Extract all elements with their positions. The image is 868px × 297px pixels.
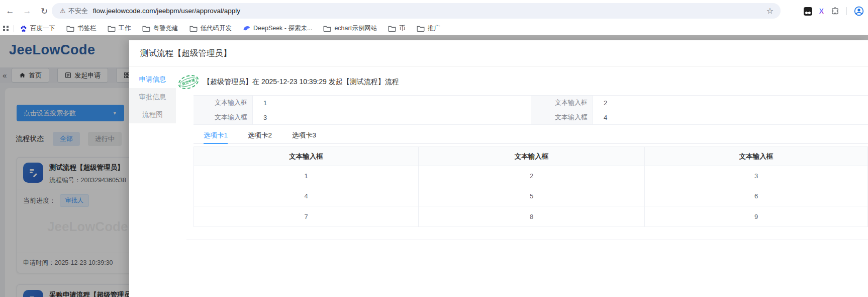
- field-label: 文本输入框: [531, 110, 593, 125]
- bookmark-star-icon[interactable]: ☆: [766, 6, 774, 16]
- bookmark-folder[interactable]: 币: [388, 24, 406, 33]
- drawer-title: 测试流程【超级管理员】: [140, 48, 232, 59]
- deepseek-icon: [243, 25, 250, 32]
- page-viewport: JeeLowCode « 首页 发起申请 流 点击设置搜索参数 ▼ 流程状态 全…: [0, 35, 868, 297]
- apps-grid-icon[interactable]: [3, 26, 9, 31]
- bookmark-label: 粤警党建: [153, 24, 178, 33]
- drawer-header: 测试流程【超级管理员】: [129, 40, 868, 66]
- bookmark-baidu[interactable]: 百度一下: [20, 24, 55, 33]
- profile-avatar-icon[interactable]: [854, 6, 864, 16]
- bookmark-folder[interactable]: 粤警党建: [142, 24, 178, 33]
- browser-toolbar: ← → ↻ ⚠ 不安全 flow.jeelowcode.com/jeebpm/u…: [0, 0, 868, 22]
- table-cell: 1: [194, 166, 419, 186]
- warning-icon: ⚠: [60, 7, 66, 15]
- field-value: 4: [593, 110, 868, 125]
- bookmark-folder[interactable]: 工作: [108, 24, 131, 33]
- field-label: 文本输入框: [194, 110, 253, 125]
- reload-icon[interactable]: ↻: [37, 4, 51, 18]
- section-divider: [186, 240, 868, 240]
- bookmark-folder[interactable]: echart示例网站: [323, 24, 377, 33]
- bookmark-label: 书签栏: [77, 24, 97, 33]
- url-text[interactable]: flow.jeelowcode.com/jeebpm/user/approval…: [93, 7, 766, 15]
- sub-form-table: 文本输入框 文本输入框 文本输入框 1 2 3 4 5 6: [194, 146, 868, 227]
- table-cell: 3: [645, 166, 868, 186]
- bookmarks-separator: [14, 25, 14, 32]
- drawer-content: 提交申请 【超级管理员】在 2025-12-23 10:39:29 发起【测试流…: [176, 66, 868, 297]
- tab-option-3[interactable]: 选项卡3: [292, 128, 316, 143]
- bookmarks-bar: 百度一下 书签栏 工作 粤警党建 低代码开发 DeepSeek - 探索未...…: [0, 22, 868, 35]
- table-cell: 7: [194, 206, 419, 227]
- table-row: 7 8 9: [194, 206, 868, 227]
- tab-apply-info[interactable]: 申请信息: [129, 70, 176, 88]
- bookmark-label: 币: [399, 24, 406, 33]
- tab-approval-info[interactable]: 审批信息: [129, 88, 176, 106]
- extension-x-icon[interactable]: X: [819, 7, 824, 15]
- tab-option-1[interactable]: 选项卡1: [204, 128, 228, 143]
- extensions-area: X: [804, 0, 864, 22]
- table-cell: 8: [419, 206, 645, 227]
- table-row: 1 2 3: [194, 166, 868, 186]
- bookmark-folder[interactable]: 推广: [417, 24, 440, 33]
- address-bar[interactable]: ⚠ 不安全 flow.jeelowcode.com/jeebpm/user/ap…: [52, 3, 781, 19]
- bookmark-folder[interactable]: 低代码开发: [189, 24, 232, 33]
- toolbar-separator: [846, 7, 847, 15]
- bookmark-folder[interactable]: 书签栏: [66, 24, 97, 33]
- column-header: 文本输入框: [419, 147, 645, 166]
- table-row: 4 5 6: [194, 186, 868, 206]
- column-header: 文本输入框: [194, 147, 419, 166]
- table-cell: 4: [194, 186, 419, 206]
- process-detail-drawer: 测试流程【超级管理员】 申请信息 审批信息 流程图 提交申请 【超级管理员】在 …: [129, 40, 868, 297]
- extension-icon[interactable]: [804, 7, 812, 16]
- table-cell: 6: [645, 186, 868, 206]
- folder-icon: [108, 25, 116, 32]
- table-cell: 2: [419, 166, 645, 186]
- bookmark-label: 工作: [119, 24, 131, 33]
- back-icon[interactable]: ←: [3, 4, 17, 18]
- bookmark-label: DeepSeek - 探索未...: [253, 24, 312, 33]
- table-cell: 5: [419, 186, 645, 206]
- folder-icon: [142, 25, 150, 32]
- extensions-puzzle-icon[interactable]: [831, 7, 839, 16]
- folder-icon: [417, 25, 425, 32]
- folder-icon: [388, 25, 396, 32]
- bookmark-label: echart示例网站: [334, 24, 377, 33]
- table-header-row: 文本输入框 文本输入框 文本输入框: [194, 147, 868, 166]
- bookmark-label: 百度一下: [30, 24, 55, 33]
- submit-stamp-icon: 提交申请: [176, 72, 201, 92]
- drawer-side-tabs: 申请信息 审批信息 流程图: [129, 66, 176, 297]
- column-header: 文本输入框: [645, 147, 868, 166]
- bookmark-label: 推广: [428, 24, 440, 33]
- field-value: 2: [593, 96, 868, 110]
- initiator-text: 【超级管理员】在 2025-12-23 10:39:29 发起【测试流程】流程: [203, 78, 399, 87]
- form-fields-table: 文本输入框 1 文本输入框 2 文本输入框 3 文本输入框 4: [194, 95, 868, 125]
- forward-icon[interactable]: →: [20, 4, 34, 18]
- tab-flow-chart[interactable]: 流程图: [129, 106, 176, 123]
- tab-option-2[interactable]: 选项卡2: [248, 128, 272, 143]
- inner-tab-bar: 选项卡1 选项卡2 选项卡3: [194, 128, 868, 144]
- security-label[interactable]: 不安全: [68, 7, 88, 16]
- folder-icon: [66, 25, 74, 32]
- bookmark-label: 低代码开发: [201, 24, 232, 33]
- field-label: 文本输入框: [531, 96, 593, 110]
- folder-icon: [189, 25, 198, 32]
- initiator-row: 提交申请 【超级管理员】在 2025-12-23 10:39:29 发起【测试流…: [178, 72, 868, 92]
- field-value: 1: [253, 96, 531, 110]
- field-value: 3: [253, 110, 531, 125]
- drawer-body: 申请信息 审批信息 流程图 提交申请 【超级管理员】在 2025-12-23 1…: [129, 66, 868, 297]
- field-label: 文本输入框: [194, 96, 253, 110]
- bookmark-deepseek[interactable]: DeepSeek - 探索未...: [243, 24, 312, 33]
- baidu-paw-icon: [20, 25, 27, 32]
- table-cell: 9: [645, 206, 868, 227]
- folder-icon: [323, 25, 331, 32]
